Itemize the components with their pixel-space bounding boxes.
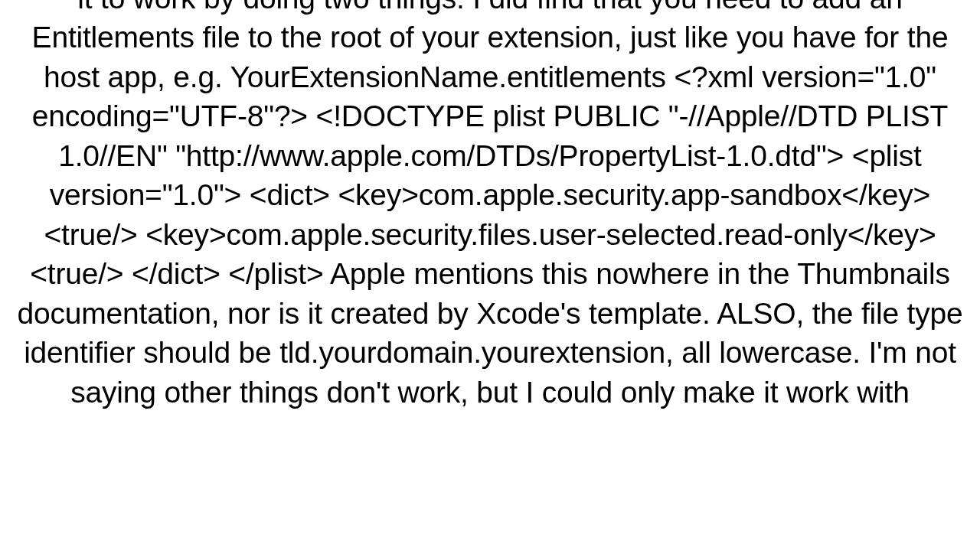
- document-body-text: it to work by doing two things: I did fi…: [0, 0, 980, 412]
